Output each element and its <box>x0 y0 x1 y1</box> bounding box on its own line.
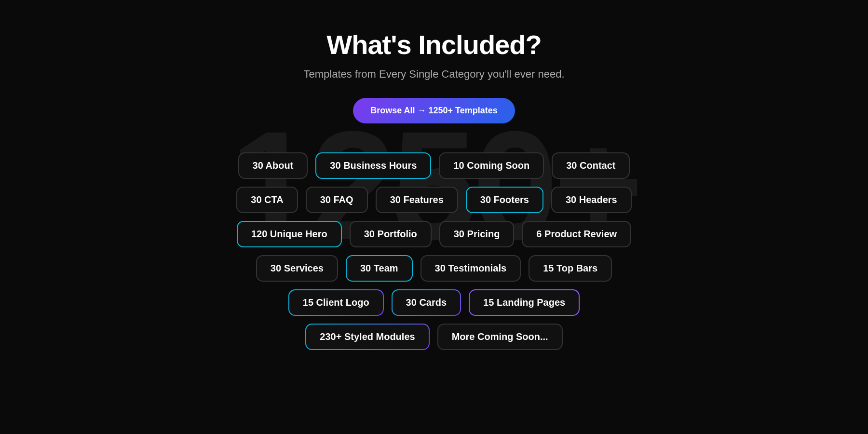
tag-2-0[interactable]: 120 Unique Hero <box>237 221 342 247</box>
tags-row-1: 30 CTA30 FAQ30 Features30 Footers30 Head… <box>236 187 631 213</box>
tag-3-2[interactable]: 30 Testimonials <box>420 255 521 282</box>
tag-0-2[interactable]: 10 Coming Soon <box>439 152 544 179</box>
subtitle: Templates from Every Single Category you… <box>303 68 564 81</box>
tag-1-0[interactable]: 30 CTA <box>236 187 298 213</box>
tags-row-0: 30 About30 Business Hours10 Coming Soon3… <box>238 152 630 179</box>
tag-0-1[interactable]: 30 Business Hours <box>315 152 431 179</box>
tag-2-2[interactable]: 30 Pricing <box>439 221 515 247</box>
tag-1-1[interactable]: 30 FAQ <box>306 187 368 213</box>
tag-3-1[interactable]: 30 Team <box>346 255 413 282</box>
tag-1-4[interactable]: 30 Headers <box>551 187 632 213</box>
tag-3-0[interactable]: 30 Services <box>256 255 338 282</box>
tags-section: 30 About30 Business Hours10 Coming Soon3… <box>236 152 631 350</box>
tag-1-3[interactable]: 30 Footers <box>466 187 543 213</box>
tag-4-0[interactable]: 15 Client Logo <box>288 289 384 316</box>
tag-4-2[interactable]: 15 Landing Pages <box>469 289 580 316</box>
tag-5-0[interactable]: 230+ Styled Modules <box>305 324 429 350</box>
tag-2-3[interactable]: 6 Product Review <box>522 221 631 247</box>
tag-0-3[interactable]: 30 Contact <box>552 152 630 179</box>
tag-3-3[interactable]: 15 Top Bars <box>529 255 612 282</box>
tags-row-5: 230+ Styled ModulesMore Coming Soon... <box>305 324 562 350</box>
main-container: What's Included? Templates from Every Si… <box>0 0 868 434</box>
page-title: What's Included? <box>326 29 541 60</box>
tag-1-2[interactable]: 30 Features <box>376 187 458 213</box>
tag-5-1[interactable]: More Coming Soon... <box>437 324 563 350</box>
tag-2-1[interactable]: 30 Portfolio <box>350 221 432 247</box>
tags-row-3: 30 Services30 Team30 Testimonials15 Top … <box>256 255 612 282</box>
tag-4-1[interactable]: 30 Cards <box>392 289 461 316</box>
tags-row-2: 120 Unique Hero30 Portfolio30 Pricing6 P… <box>237 221 631 247</box>
tags-row-4: 15 Client Logo30 Cards15 Landing Pages <box>288 289 580 316</box>
tag-0-0[interactable]: 30 About <box>238 152 308 179</box>
